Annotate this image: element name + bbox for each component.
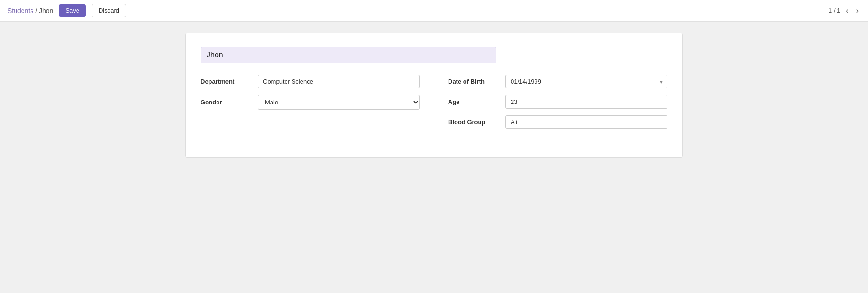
left-section: Department Gender Male Female Other (201, 75, 420, 129)
top-bar: Students / Jhon Save Discard 1 / 1 ‹ › (0, 0, 868, 22)
dob-input[interactable] (505, 75, 667, 88)
prev-button[interactable]: ‹ (844, 6, 850, 16)
name-input[interactable] (201, 47, 496, 63)
age-input[interactable] (505, 95, 667, 109)
department-row: Department (201, 75, 420, 88)
department-label: Department (201, 78, 252, 85)
discard-button[interactable]: Discard (92, 4, 126, 17)
blood-group-row: Blood Group (448, 115, 667, 129)
dob-label: Date of Birth (448, 78, 500, 85)
pagination-info: 1 / 1 (829, 7, 840, 14)
blood-group-input[interactable] (505, 115, 667, 129)
form-card: Department Gender Male Female Other (185, 33, 683, 158)
top-bar-left: Students / Jhon Save Discard (8, 4, 126, 17)
gender-row: Gender Male Female Other (201, 95, 420, 110)
top-bar-right: 1 / 1 ‹ › (829, 6, 860, 16)
right-section: Date of Birth ▼ Age Blood Group (448, 75, 667, 129)
save-button[interactable]: Save (59, 4, 86, 17)
breadcrumb: Students / Jhon (8, 7, 53, 15)
gender-select[interactable]: Male Female Other (258, 95, 420, 110)
blood-group-label: Blood Group (448, 119, 500, 126)
next-button[interactable]: › (854, 6, 860, 16)
dob-row: Date of Birth ▼ (448, 75, 667, 88)
age-row: Age (448, 95, 667, 109)
breadcrumb-separator: / (35, 7, 39, 15)
age-label: Age (448, 98, 500, 105)
main-content: Department Gender Male Female Other (0, 22, 868, 293)
breadcrumb-current: Jhon (39, 7, 53, 15)
department-input[interactable] (258, 75, 420, 88)
gender-label: Gender (201, 99, 252, 106)
form-grid: Department Gender Male Female Other (201, 75, 667, 129)
breadcrumb-parent[interactable]: Students (8, 7, 33, 15)
dob-field-wrapper: ▼ (505, 75, 667, 88)
